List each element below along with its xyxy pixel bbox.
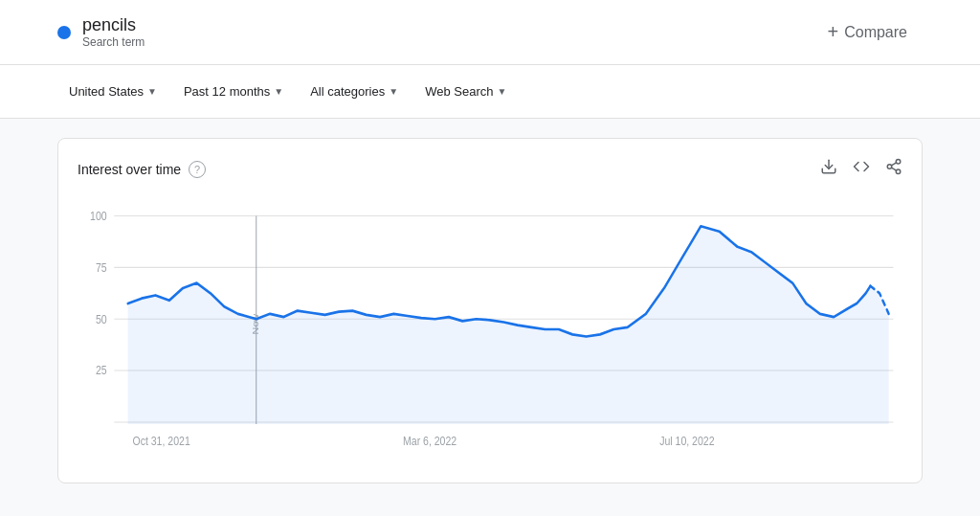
- time-range-filter[interactable]: Past 12 months ▼: [172, 77, 295, 106]
- compare-button[interactable]: + Compare: [813, 13, 924, 51]
- interest-chart: 100 75 50 25 Oct 31, 2021 Mar 6, 2022 Ju…: [78, 195, 902, 463]
- filters-bar: United States ▼ Past 12 months ▼ All cat…: [0, 65, 980, 119]
- time-range-label: Past 12 months: [184, 84, 270, 99]
- category-chevron-icon: ▼: [389, 86, 398, 97]
- region-chevron-icon: ▼: [147, 86, 157, 97]
- embed-icon[interactable]: [853, 158, 870, 180]
- search-type-filter[interactable]: Web Search ▼: [413, 77, 518, 106]
- top-bar: pencils Search term + Compare: [0, 0, 980, 65]
- region-label: United States: [69, 84, 144, 99]
- region-filter[interactable]: United States ▼: [57, 77, 168, 106]
- time-range-chevron-icon: ▼: [274, 86, 283, 97]
- search-type-chevron-icon: ▼: [497, 86, 506, 97]
- chart-area: 100 75 50 25 Oct 31, 2021 Mar 6, 2022 Ju…: [78, 195, 902, 463]
- category-label: All categories: [310, 84, 385, 99]
- chart-header: Interest over time ?: [78, 158, 902, 180]
- search-type-label: Web Search: [425, 84, 493, 99]
- svg-text:50: 50: [96, 313, 107, 325]
- svg-marker-20: [128, 226, 889, 424]
- download-icon[interactable]: [820, 158, 837, 180]
- share-icon[interactable]: [885, 158, 902, 180]
- svg-line-5: [891, 163, 896, 166]
- svg-text:25: 25: [96, 365, 107, 377]
- main-content: Interest over time ?: [0, 119, 980, 503]
- chart-title: Interest over time: [78, 162, 181, 177]
- search-term-area: pencils Search term: [57, 15, 145, 49]
- svg-text:Oct 31, 2021: Oct 31, 2021: [132, 435, 189, 447]
- category-filter[interactable]: All categories ▼: [299, 77, 410, 106]
- svg-text:Mar 6, 2022: Mar 6, 2022: [403, 435, 457, 447]
- plus-icon: +: [828, 21, 839, 43]
- chart-actions: [820, 158, 902, 180]
- search-term-label: Search term: [82, 35, 145, 49]
- svg-text:75: 75: [96, 261, 107, 274]
- svg-text:Jul 10, 2022: Jul 10, 2022: [659, 435, 714, 447]
- svg-line-4: [891, 168, 896, 170]
- compare-label: Compare: [844, 24, 907, 41]
- search-term-name: pencils: [82, 15, 145, 35]
- svg-text:100: 100: [90, 210, 107, 222]
- help-icon[interactable]: ?: [189, 161, 206, 178]
- chart-card: Interest over time ?: [57, 138, 923, 483]
- search-term-text: pencils Search term: [82, 15, 145, 49]
- search-term-dot: [57, 26, 71, 39]
- chart-title-area: Interest over time ?: [78, 161, 206, 178]
